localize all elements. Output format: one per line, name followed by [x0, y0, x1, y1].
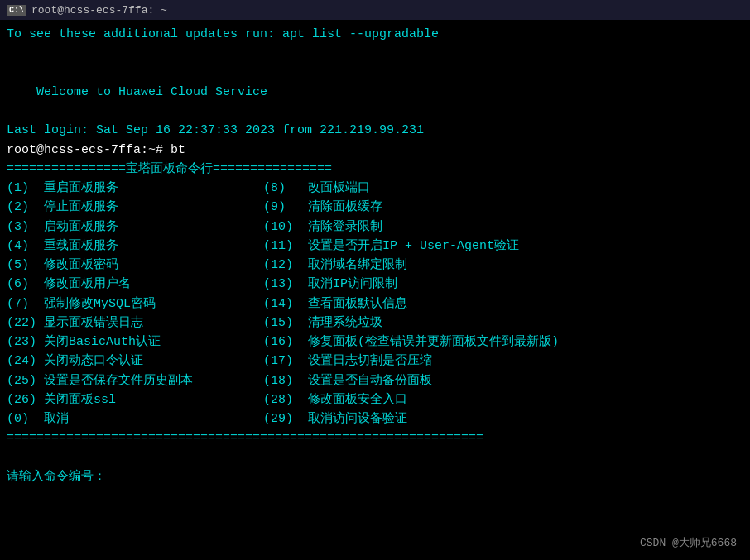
- separator-top: ================宝塔面板命令行================: [7, 160, 743, 179]
- welcome-line: Welcome to Huawei Cloud Service: [7, 83, 743, 102]
- menu-row-5: (5) 修改面板密码(12) 取消域名绑定限制: [7, 256, 743, 275]
- input-prompt-line: 请输入命令编号：: [7, 467, 743, 486]
- menu-row-22: (22) 显示面板错误日志(15) 清理系统垃圾: [7, 314, 743, 333]
- title-bar: C:\ root@hcss-ecs-7ffa: ~: [0, 0, 750, 20]
- blank2: [7, 64, 743, 83]
- menu-row-6: (6) 修改面板用户名(13) 取消IP访问限制: [7, 275, 743, 294]
- menu-rows: (1) 重启面板服务(8) 改面板端口 (2) 停止面板服务(9) 清除面板缓存…: [7, 179, 743, 428]
- menu-row-24: (24) 关闭动态口令认证(17) 设置日志切割是否压缩: [7, 352, 743, 371]
- menu-row-3: (3) 启动面板服务(10) 清除登录限制: [7, 218, 743, 237]
- menu-row-26: (26) 关闭面板ssl(28) 修改面板安全入口: [7, 390, 743, 409]
- bt-prompt-line: root@hcss-ecs-7ffa:~# bt: [7, 141, 743, 160]
- title-icon: C:\: [7, 5, 26, 16]
- watermark: CSDN @大师兄6668: [640, 535, 737, 550]
- menu-row-2: (2) 停止面板服务(9) 清除面板缓存: [7, 198, 743, 217]
- apt-update-line: To see these additional updates run: apt…: [7, 25, 743, 44]
- blank1: [7, 44, 743, 63]
- menu-row-4: (4) 重载面板服务(11) 设置是否开启IP + User-Agent验证: [7, 237, 743, 256]
- blank4: [7, 448, 743, 467]
- terminal-body[interactable]: To see these additional updates run: apt…: [0, 20, 750, 560]
- menu-row-1: (1) 重启面板服务(8) 改面板端口: [7, 179, 743, 198]
- last-login-line: Last login: Sat Sep 16 22:37:33 2023 fro…: [7, 121, 743, 140]
- menu-row-0: (0) 取消(29) 取消访问设备验证: [7, 409, 743, 428]
- menu-row-7: (7) 强制修改MySQL密码(14) 查看面板默认信息: [7, 294, 743, 314]
- separator-bottom: ========================================…: [7, 428, 743, 448]
- blank3: [7, 102, 743, 121]
- menu-row-25: (25) 设置是否保存文件历史副本(18) 设置是否自动备份面板: [7, 371, 743, 390]
- menu-row-23: (23) 关闭BasicAuth认证(16) 修复面板(检查错误并更新面板文件到…: [7, 333, 743, 352]
- window-title: root@hcss-ecs-7ffa: ~: [31, 4, 167, 17]
